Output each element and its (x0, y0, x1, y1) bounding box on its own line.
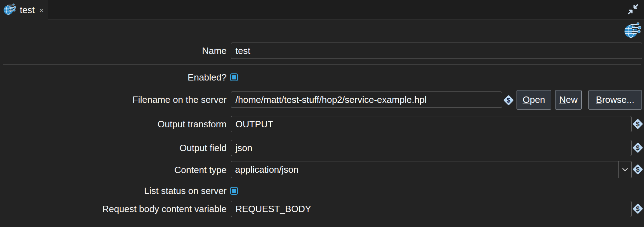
variable-icon: $ (633, 143, 643, 153)
content-type-label: Content type (0, 161, 227, 178)
variable-icon: $ (503, 95, 514, 106)
tab-bar: test × (0, 0, 644, 20)
separator (3, 65, 641, 65)
open-button[interactable]: Open (517, 90, 551, 110)
output-transform-input[interactable] (231, 116, 632, 132)
web-service-globe-icon (624, 21, 642, 41)
checkbox-check-mark (232, 189, 236, 193)
variable-icon: $ (633, 164, 643, 175)
combo-dropdown-button[interactable] (618, 161, 631, 178)
web-service-icon (3, 2, 17, 18)
new-button[interactable]: New (555, 90, 582, 110)
output-transform-label: Output transform (0, 116, 227, 132)
name-label: Name (0, 43, 227, 59)
tab-close-icon[interactable]: × (39, 6, 44, 14)
request-body-label: Request body content variable (0, 201, 227, 217)
list-status-checkbox[interactable] (230, 187, 238, 195)
content-type-value: application/json (235, 161, 298, 178)
collapse-panel-icon[interactable] (626, 2, 640, 16)
browse-button[interactable]: Browse... (588, 90, 642, 110)
filename-input[interactable] (231, 92, 502, 108)
variable-icon: $ (633, 119, 643, 129)
tab-test[interactable]: test × (0, 0, 48, 20)
tab-title: test (20, 5, 35, 16)
enabled-label: Enabled? (0, 70, 227, 85)
checkbox-check-mark (232, 75, 236, 79)
list-status-label: List status on server (0, 183, 227, 199)
name-input[interactable] (231, 43, 642, 59)
web-service-editor: Name Enabled? Filename on the server $ O… (0, 20, 644, 227)
enabled-checkbox[interactable] (230, 73, 238, 81)
request-body-input[interactable] (231, 201, 632, 217)
chevron-down-icon (622, 168, 628, 172)
filename-label: Filename on the server (0, 92, 227, 108)
output-field-label: Output field (0, 140, 227, 156)
variable-icon: $ (633, 204, 643, 214)
content-type-combo[interactable]: application/json (231, 161, 632, 178)
output-field-input[interactable] (231, 140, 632, 156)
